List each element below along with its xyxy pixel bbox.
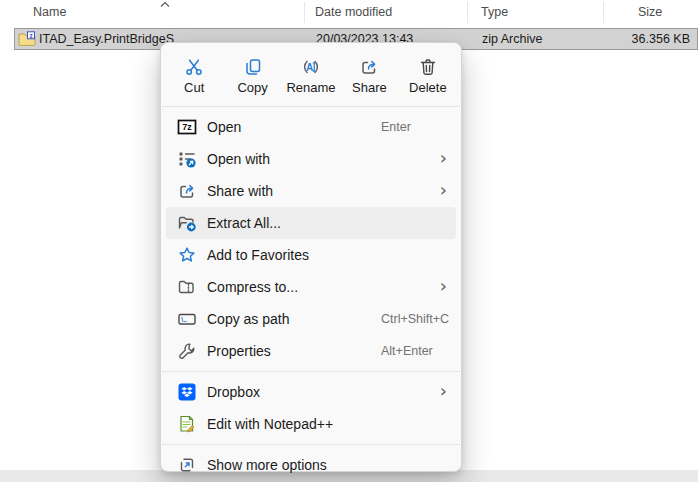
copy-icon (243, 57, 263, 77)
menu-separator (162, 106, 460, 107)
menu-item-add-to-favorites[interactable]: Add to Favorites (166, 239, 456, 271)
trash-icon (418, 57, 438, 77)
file-size: 36.356 KB (632, 29, 690, 49)
rename-label: Rename (286, 80, 335, 95)
column-divider (603, 2, 604, 23)
menu-item-edit-with-notepadpp[interactable]: Edit with Notepad++ (166, 408, 456, 440)
file-type: zip Archive (482, 29, 542, 49)
menu-item-properties[interactable]: Properties Alt+Enter (166, 335, 456, 367)
scissors-icon (184, 57, 204, 77)
zip-compress-icon (177, 277, 197, 297)
column-divider (467, 2, 468, 23)
menu-item-dropbox[interactable]: Dropbox › (166, 376, 456, 408)
menu-item-share-with[interactable]: Share with › (166, 175, 456, 207)
column-header-type[interactable]: Type (481, 5, 508, 19)
column-header-size[interactable]: Size (638, 5, 662, 19)
share-button[interactable]: Share (340, 50, 398, 102)
svg-text:A: A (306, 62, 313, 73)
submenu-chevron-icon: › (440, 275, 447, 296)
path-icon: \.. (177, 309, 197, 329)
cut-label: Cut (184, 80, 204, 95)
rename-icon: A (301, 57, 321, 77)
cut-button[interactable]: Cut (165, 50, 223, 102)
menu-item-open[interactable]: 7z Open Enter (166, 111, 456, 143)
share-label: Share (352, 80, 387, 95)
column-header-date-modified[interactable]: Date modified (315, 5, 392, 19)
share-with-icon (177, 181, 197, 201)
shortcut-label: Alt+Enter (381, 344, 433, 358)
shortcut-label: Ctrl+Shift+C (381, 312, 449, 326)
delete-button[interactable]: Delete (399, 50, 457, 102)
menu-item-show-more-options[interactable]: Show more options (166, 449, 456, 481)
submenu-chevron-icon: › (440, 179, 447, 200)
context-menu: Cut Copy A Rename (160, 42, 462, 472)
menu-item-open-with[interactable]: Open with › (166, 143, 456, 175)
menu-separator (162, 444, 460, 445)
file-name: ITAD_Easy.PrintBridgeS (39, 29, 174, 49)
show-more-icon (177, 455, 197, 475)
shortcut-label: Enter (381, 120, 411, 134)
submenu-chevron-icon: › (440, 380, 447, 401)
file-list-header: Name Date modified Type Size (0, 0, 698, 26)
7zip-icon: 7z (177, 117, 197, 137)
notepad-plus-plus-icon (177, 414, 197, 434)
menu-separator (162, 371, 460, 372)
star-icon (177, 245, 197, 265)
share-icon (359, 57, 379, 77)
copy-label: Copy (237, 80, 267, 95)
dropbox-icon (177, 382, 197, 402)
rename-button[interactable]: A Rename (282, 50, 340, 102)
svg-text:7z: 7z (182, 122, 192, 132)
column-header-name[interactable]: Name (33, 5, 66, 19)
open-with-icon (177, 149, 197, 169)
copy-button[interactable]: Copy (223, 50, 281, 102)
svg-text:\..: \.. (181, 316, 187, 323)
quick-action-bar: Cut Copy A Rename (165, 50, 457, 102)
zip-folder-icon: z (18, 31, 36, 47)
wrench-icon (177, 341, 197, 361)
submenu-chevron-icon: › (440, 147, 447, 168)
column-divider (304, 2, 305, 23)
menu-item-compress-to[interactable]: Compress to... › (166, 271, 456, 303)
extract-all-icon (177, 213, 197, 233)
delete-label: Delete (409, 80, 447, 95)
menu-item-extract-all[interactable]: Extract All... (166, 207, 456, 239)
menu-item-copy-as-path[interactable]: \.. Copy as path Ctrl+Shift+C (166, 303, 456, 335)
sort-ascending-icon (160, 1, 170, 8)
